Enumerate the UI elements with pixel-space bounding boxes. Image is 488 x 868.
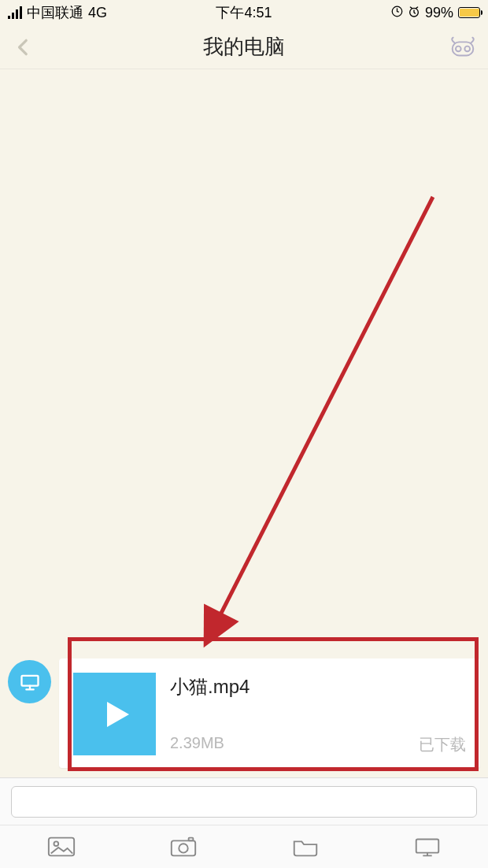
status-bar: 中国联通 4G 下午4:51 99% xyxy=(0,0,488,25)
annotation-arrow xyxy=(181,189,464,677)
carrier-label: 中国联通 xyxy=(27,3,83,22)
svg-rect-11 xyxy=(188,838,193,841)
svg-rect-12 xyxy=(416,840,438,853)
svg-point-10 xyxy=(179,844,187,852)
battery-icon xyxy=(458,7,480,18)
bottom-toolbar xyxy=(0,825,488,868)
picture-icon xyxy=(46,835,76,859)
file-info: 小猫.mp4 2.39MB 已下载 xyxy=(170,673,466,755)
status-right: 99% xyxy=(391,5,480,21)
photo-button[interactable] xyxy=(43,833,79,861)
folder-button[interactable] xyxy=(287,833,323,861)
file-message-card[interactable]: 小猫.mp4 2.39MB 已下载 xyxy=(59,658,480,768)
orientation-lock-icon xyxy=(391,6,403,20)
chat-content: 小猫.mp4 2.39MB 已下载 xyxy=(0,71,488,777)
back-button[interactable] xyxy=(8,32,39,63)
file-size: 2.39MB xyxy=(170,734,224,755)
message-row: 小猫.mp4 2.39MB 已下载 xyxy=(8,658,480,768)
svg-point-4 xyxy=(464,46,470,51)
monitor-small-icon xyxy=(412,835,442,859)
chevron-left-icon xyxy=(13,37,34,57)
svg-point-8 xyxy=(54,841,58,846)
monitor-icon xyxy=(19,671,41,693)
status-time: 下午4:51 xyxy=(216,3,272,22)
file-name: 小猫.mp4 xyxy=(170,674,466,699)
header: 我的电脑 xyxy=(0,25,488,69)
status-left: 中国联通 4G xyxy=(8,3,107,22)
signal-icon xyxy=(8,6,22,19)
input-bar xyxy=(0,777,488,825)
video-thumbnail xyxy=(73,673,156,755)
svg-line-5 xyxy=(213,197,433,630)
play-icon xyxy=(96,696,134,733)
battery-percent: 99% xyxy=(425,5,453,21)
crab-avatar-icon xyxy=(448,35,478,59)
camera-icon xyxy=(168,835,198,859)
download-status: 已下载 xyxy=(419,734,466,755)
message-input[interactable] xyxy=(11,786,477,818)
svg-point-3 xyxy=(456,46,461,51)
network-label: 4G xyxy=(88,5,107,21)
page-title: 我的电脑 xyxy=(203,33,285,61)
screen-button[interactable] xyxy=(409,833,445,861)
camera-button[interactable] xyxy=(165,833,201,861)
sender-avatar[interactable] xyxy=(8,660,51,703)
folder-icon xyxy=(290,835,320,859)
alarm-icon xyxy=(408,6,420,20)
contact-avatar-button[interactable] xyxy=(447,32,479,63)
svg-rect-6 xyxy=(21,675,38,685)
